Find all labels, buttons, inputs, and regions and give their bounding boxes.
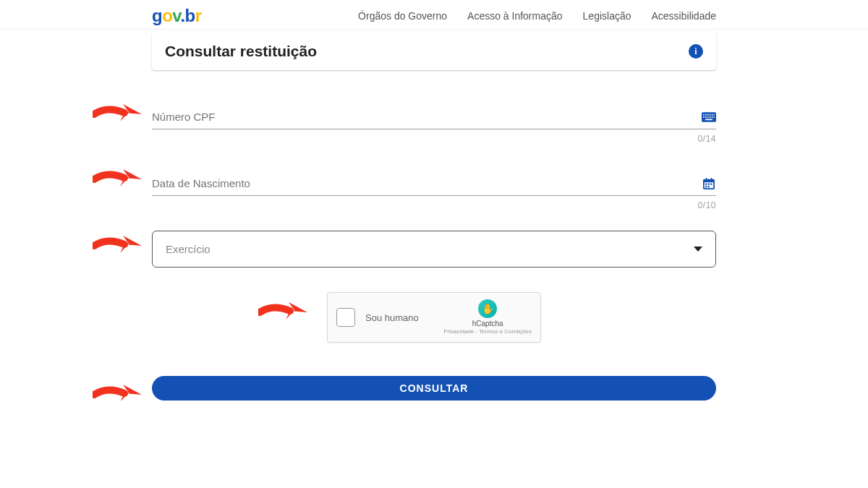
keyboard-icon[interactable] xyxy=(702,111,716,123)
svg-rect-18 xyxy=(705,183,707,184)
cpf-input[interactable] xyxy=(152,108,702,126)
svg-rect-13 xyxy=(705,119,712,120)
svg-rect-22 xyxy=(708,186,710,187)
top-bar: gov.br Órgãos do Governo Acesso à Inform… xyxy=(0,0,868,30)
svg-rect-16 xyxy=(706,178,707,181)
annotation-arrow xyxy=(93,165,143,194)
svg-rect-4 xyxy=(710,114,711,115)
chevron-down-icon xyxy=(694,247,702,252)
hcaptcha-logo-icon: ✋ xyxy=(478,299,497,318)
annotation-arrow xyxy=(93,380,143,401)
svg-rect-9 xyxy=(707,116,709,118)
annotation-arrow xyxy=(93,100,143,129)
captcha-label: Sou humano xyxy=(365,312,433,323)
exercicio-select[interactable]: Exercício xyxy=(152,231,716,267)
nav-orgaos[interactable]: Órgãos do Governo xyxy=(358,10,447,22)
svg-rect-7 xyxy=(703,116,705,118)
svg-rect-12 xyxy=(714,116,715,118)
nav-acessibilidade[interactable]: Acessibilidade xyxy=(652,10,717,22)
svg-rect-1 xyxy=(703,114,705,115)
page-title: Consultar restituição xyxy=(165,43,317,60)
nav-legislacao[interactable]: Legislação xyxy=(583,10,631,22)
dob-counter: 0/10 xyxy=(152,200,716,210)
svg-rect-3 xyxy=(707,114,709,115)
nav-acesso-informacao[interactable]: Acesso à Informação xyxy=(467,10,563,22)
hcaptcha-widget: Sou humano ✋ hCaptcha Privacidade - Term… xyxy=(327,292,541,343)
captcha-checkbox[interactable] xyxy=(336,308,355,327)
svg-rect-11 xyxy=(712,116,713,118)
exercicio-label: Exercício xyxy=(166,243,210,255)
info-icon[interactable]: i xyxy=(689,44,703,59)
calendar-icon[interactable] xyxy=(702,178,716,189)
page-title-card: Consultar restituição i xyxy=(152,33,716,70)
svg-rect-2 xyxy=(705,114,707,115)
cpf-counter: 0/14 xyxy=(152,134,716,144)
svg-rect-21 xyxy=(705,186,707,187)
svg-rect-6 xyxy=(714,114,715,115)
cpf-field: 0/14 xyxy=(152,108,716,144)
svg-rect-20 xyxy=(710,183,712,184)
annotation-arrow xyxy=(93,231,143,260)
top-nav: Órgãos do Governo Acesso à Informação Le… xyxy=(358,10,716,22)
svg-rect-10 xyxy=(710,116,711,118)
dob-input[interactable] xyxy=(152,174,702,192)
dob-field: 0/10 xyxy=(152,174,716,210)
consultar-button[interactable]: CONSULTAR xyxy=(152,376,716,401)
svg-rect-17 xyxy=(711,178,712,181)
svg-rect-5 xyxy=(712,114,713,115)
svg-rect-19 xyxy=(708,183,710,184)
svg-rect-8 xyxy=(705,116,707,118)
govbr-logo[interactable]: gov.br xyxy=(152,6,202,26)
captcha-brand: ✋ hCaptcha Privacidade - Termos e Condiç… xyxy=(443,299,532,335)
